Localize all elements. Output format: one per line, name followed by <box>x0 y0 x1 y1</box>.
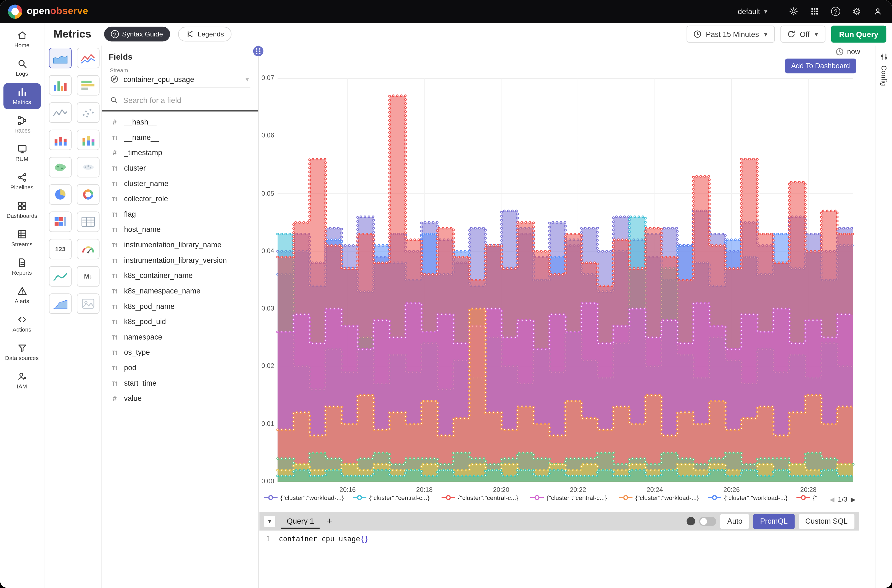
field-type-text-icon: Tt <box>110 180 120 187</box>
legend-item[interactable]: {"cluster":"workload-...} <box>264 494 348 501</box>
run-query-button[interactable]: Run Query <box>831 26 886 43</box>
field-item-cluster_name[interactable]: Ttcluster_name <box>102 176 258 191</box>
query-editor[interactable]: 1 container_cpu_usage{} <box>259 531 875 588</box>
add-to-dashboard-button[interactable]: Add To Dashboard <box>785 58 856 74</box>
field-item-os_type[interactable]: Ttos_type <box>102 345 258 360</box>
field-type-text-icon: Tt <box>110 287 120 294</box>
field-name: _timestamp <box>124 148 162 157</box>
refresh-interval-selector[interactable]: Off ▼ <box>781 26 826 43</box>
field-item-__hash__[interactable]: #__hash__ <box>102 114 258 130</box>
y-axis-tick: 0.02 <box>259 363 274 369</box>
sidebar-nav: HomeLogsMetricsTracesRUMPipelinesDashboa… <box>0 22 45 588</box>
legend-item[interactable]: {"cluster":"central-c...} <box>353 494 437 501</box>
legend-item[interactable]: {"c <box>796 494 817 501</box>
sidebar-item-traces[interactable]: Traces <box>3 111 41 138</box>
field-item-namespace[interactable]: Ttnamespace <box>102 329 258 345</box>
sidebar-item-reports[interactable]: Reports <box>3 254 41 280</box>
apps-grid-icon[interactable] <box>808 5 821 18</box>
field-item-pod[interactable]: Ttpod <box>102 360 258 375</box>
sidebar-item-streams[interactable]: Streams <box>3 225 41 252</box>
metrics-area-chart[interactable] <box>278 75 853 482</box>
query-tab-1[interactable]: Query 1 <box>281 514 320 529</box>
legend-label: {"cluster":"central-c...} <box>369 494 429 501</box>
field-item-__name__[interactable]: Tt__name__ <box>102 130 258 145</box>
chart-type-geo-map[interactable] <box>49 157 72 177</box>
help-icon[interactable] <box>829 5 842 18</box>
chart-type-h-bar[interactable] <box>77 75 99 96</box>
field-item-start_time[interactable]: Ttstart_time <box>102 375 258 391</box>
line-number: 1 <box>259 531 274 543</box>
sidebar-item-logs[interactable]: Logs <box>3 55 41 81</box>
auto-mode-button[interactable]: Auto <box>721 514 749 529</box>
function-toggle-icon[interactable] <box>687 517 695 525</box>
legend-item[interactable]: {"cluster":"workload-...} <box>708 494 792 501</box>
x-axis-tick: 20:24 <box>638 486 672 493</box>
sidebar-item-rum[interactable]: RUM <box>3 140 41 166</box>
field-item-value[interactable]: #value <box>102 391 258 406</box>
chart-type-line[interactable] <box>77 48 99 68</box>
panel-drag-handle-icon[interactable] <box>253 46 263 56</box>
sidebar-item-actions[interactable]: Actions <box>3 310 41 337</box>
add-query-button[interactable]: + <box>326 515 332 527</box>
chart-type-stacked-color[interactable] <box>77 130 99 150</box>
field-item-host_name[interactable]: Tthost_name <box>102 222 258 237</box>
chart-type-donut[interactable] <box>77 184 99 204</box>
chart-type-bar[interactable] <box>49 75 72 96</box>
chart-type-sparkline[interactable] <box>49 266 72 286</box>
sidebar-item-pipelines[interactable]: Pipelines <box>3 168 41 195</box>
field-item-collector_role[interactable]: Ttcollector_role <box>102 191 258 207</box>
field-item-instrumentation_library_name[interactable]: Ttinstrumentation_library_name <box>102 237 258 253</box>
legend-item[interactable]: {"cluster":"central-c...} <box>530 494 614 501</box>
chart-type-metric-text[interactable]: 123 <box>49 239 72 259</box>
openobserve-logo-icon <box>8 4 22 18</box>
chart-type-table[interactable] <box>77 212 99 232</box>
chart-type-image[interactable] <box>77 294 99 314</box>
chart-type-trend-area[interactable] <box>49 294 72 314</box>
chart-type-stacked-bar[interactable] <box>49 130 72 150</box>
config-tab[interactable]: Config <box>875 45 892 588</box>
settings-gear-icon[interactable]: ⚙ <box>851 5 863 18</box>
chart-type-pie[interactable] <box>49 184 72 204</box>
syntax-guide-label: Syntax Guide <box>122 30 163 38</box>
promql-mode-button[interactable]: PromQL <box>753 514 794 529</box>
user-avatar-icon[interactable] <box>872 5 884 18</box>
sidebar-item-dashboards[interactable]: Dashboards <box>3 197 41 223</box>
custom-sql-mode-button[interactable]: Custom SQL <box>798 514 854 529</box>
legend-item[interactable]: {"cluster":"central-c...} <box>441 494 526 501</box>
field-item-k8s_container_name[interactable]: Ttk8s_container_name <box>102 268 258 283</box>
chart-type-grid[interactable] <box>49 212 72 232</box>
field-item-flag[interactable]: Ttflag <box>102 207 258 222</box>
field-item-cluster[interactable]: Ttcluster <box>102 160 258 176</box>
chart-type-line-mono[interactable] <box>49 102 72 123</box>
editor-toggle[interactable] <box>699 516 716 526</box>
chevron-down-icon: ▼ <box>763 31 768 37</box>
legend-item[interactable]: {"cluster":"workload-...} <box>619 494 703 501</box>
theme-toggle-icon[interactable] <box>787 5 800 18</box>
field-item-k8s_pod_uid[interactable]: Ttk8s_pod_uid <box>102 314 258 329</box>
sidebar-item-iam[interactable]: IAM <box>3 368 41 394</box>
field-item-_timestamp[interactable]: #_timestamp <box>102 145 258 160</box>
query-collapse-button[interactable]: ▼ <box>264 515 275 527</box>
chart-type-gauge[interactable] <box>77 239 99 259</box>
sidebar-item-data-sources[interactable]: Data sources <box>3 339 41 365</box>
org-selector[interactable]: default ▼ <box>738 7 769 16</box>
field-name: value <box>124 394 142 403</box>
sidebar-item-metrics[interactable]: Metrics <box>3 83 41 110</box>
sidebar-item-alerts[interactable]: Alerts <box>3 282 41 308</box>
grid-icon <box>17 201 27 211</box>
stream-selector[interactable]: container_cpu_usage ▼ <box>110 75 251 88</box>
chart-type-markdown[interactable]: M↓ <box>77 266 99 286</box>
field-item-k8s_pod_name[interactable]: Ttk8s_pod_name <box>102 298 258 314</box>
sidebar-item-home[interactable]: Home <box>3 26 41 52</box>
field-item-k8s_namespace_name[interactable]: Ttk8s_namespace_name <box>102 283 258 299</box>
chart-type-scatter-map[interactable] <box>77 157 99 177</box>
legends-button[interactable]: Legends <box>178 27 231 42</box>
legend-prev-icon[interactable]: ◀ <box>830 495 834 503</box>
field-item-instrumentation_library_version[interactable]: Ttinstrumentation_library_version <box>102 253 258 268</box>
field-search-input[interactable] <box>123 96 250 104</box>
chart-type-scatter[interactable] <box>77 102 99 123</box>
syntax-guide-button[interactable]: Syntax Guide <box>104 27 170 42</box>
time-range-selector[interactable]: Past 15 Minutes ▼ <box>686 26 775 43</box>
chart-type-area[interactable] <box>49 48 72 68</box>
legend-next-icon[interactable]: ▶ <box>851 495 856 503</box>
